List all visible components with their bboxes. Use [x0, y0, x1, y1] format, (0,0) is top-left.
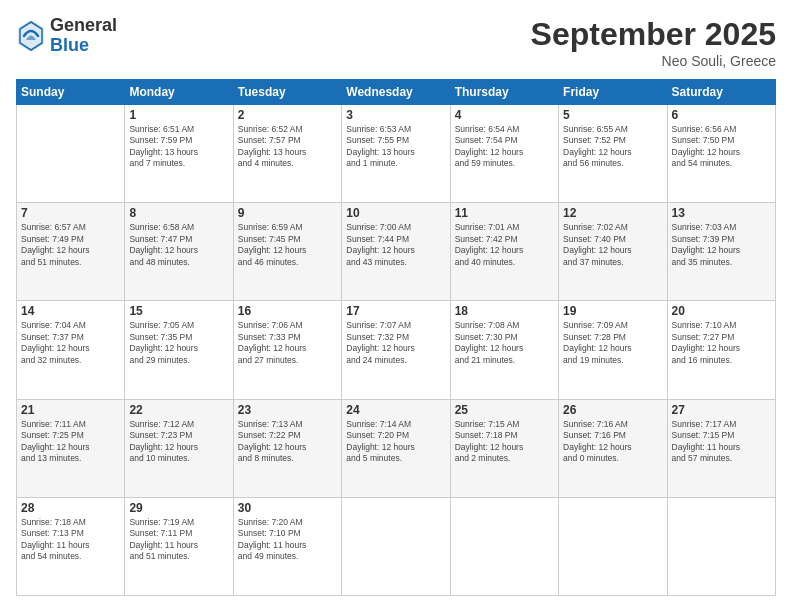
day-info: Sunrise: 6:56 AM Sunset: 7:50 PM Dayligh…	[672, 124, 771, 170]
day-info: Sunrise: 7:08 AM Sunset: 7:30 PM Dayligh…	[455, 320, 554, 366]
logo-text: General Blue	[50, 16, 117, 56]
table-row: 22Sunrise: 7:12 AM Sunset: 7:23 PM Dayli…	[125, 399, 233, 497]
table-row: 4Sunrise: 6:54 AM Sunset: 7:54 PM Daylig…	[450, 105, 558, 203]
day-number: 14	[21, 304, 120, 318]
day-info: Sunrise: 6:59 AM Sunset: 7:45 PM Dayligh…	[238, 222, 337, 268]
day-number: 12	[563, 206, 662, 220]
day-number: 5	[563, 108, 662, 122]
calendar-week-4: 28Sunrise: 7:18 AM Sunset: 7:13 PM Dayli…	[17, 497, 776, 595]
day-number: 7	[21, 206, 120, 220]
table-row: 24Sunrise: 7:14 AM Sunset: 7:20 PM Dayli…	[342, 399, 450, 497]
day-info: Sunrise: 6:58 AM Sunset: 7:47 PM Dayligh…	[129, 222, 228, 268]
logo-blue-text: Blue	[50, 36, 117, 56]
day-info: Sunrise: 6:54 AM Sunset: 7:54 PM Dayligh…	[455, 124, 554, 170]
title-block: September 2025 Neo Souli, Greece	[531, 16, 776, 69]
day-info: Sunrise: 7:09 AM Sunset: 7:28 PM Dayligh…	[563, 320, 662, 366]
table-row	[450, 497, 558, 595]
calendar-table: Sunday Monday Tuesday Wednesday Thursday…	[16, 79, 776, 596]
table-row: 27Sunrise: 7:17 AM Sunset: 7:15 PM Dayli…	[667, 399, 775, 497]
table-row: 15Sunrise: 7:05 AM Sunset: 7:35 PM Dayli…	[125, 301, 233, 399]
day-number: 20	[672, 304, 771, 318]
table-row: 19Sunrise: 7:09 AM Sunset: 7:28 PM Dayli…	[559, 301, 667, 399]
day-info: Sunrise: 6:55 AM Sunset: 7:52 PM Dayligh…	[563, 124, 662, 170]
day-number: 9	[238, 206, 337, 220]
calendar-week-1: 7Sunrise: 6:57 AM Sunset: 7:49 PM Daylig…	[17, 203, 776, 301]
header-sunday: Sunday	[17, 80, 125, 105]
table-row	[667, 497, 775, 595]
day-number: 11	[455, 206, 554, 220]
day-info: Sunrise: 6:51 AM Sunset: 7:59 PM Dayligh…	[129, 124, 228, 170]
day-number: 16	[238, 304, 337, 318]
day-info: Sunrise: 7:19 AM Sunset: 7:11 PM Dayligh…	[129, 517, 228, 563]
header-tuesday: Tuesday	[233, 80, 341, 105]
day-info: Sunrise: 7:12 AM Sunset: 7:23 PM Dayligh…	[129, 419, 228, 465]
day-number: 22	[129, 403, 228, 417]
header-monday: Monday	[125, 80, 233, 105]
table-row: 17Sunrise: 7:07 AM Sunset: 7:32 PM Dayli…	[342, 301, 450, 399]
table-row: 6Sunrise: 6:56 AM Sunset: 7:50 PM Daylig…	[667, 105, 775, 203]
day-number: 17	[346, 304, 445, 318]
day-info: Sunrise: 7:11 AM Sunset: 7:25 PM Dayligh…	[21, 419, 120, 465]
table-row: 1Sunrise: 6:51 AM Sunset: 7:59 PM Daylig…	[125, 105, 233, 203]
table-row: 21Sunrise: 7:11 AM Sunset: 7:25 PM Dayli…	[17, 399, 125, 497]
day-number: 4	[455, 108, 554, 122]
calendar-title: September 2025	[531, 16, 776, 53]
page: General Blue September 2025 Neo Souli, G…	[0, 0, 792, 612]
logo-icon	[16, 18, 46, 54]
table-row: 10Sunrise: 7:00 AM Sunset: 7:44 PM Dayli…	[342, 203, 450, 301]
table-row: 12Sunrise: 7:02 AM Sunset: 7:40 PM Dayli…	[559, 203, 667, 301]
day-info: Sunrise: 7:15 AM Sunset: 7:18 PM Dayligh…	[455, 419, 554, 465]
table-row: 30Sunrise: 7:20 AM Sunset: 7:10 PM Dayli…	[233, 497, 341, 595]
day-info: Sunrise: 7:18 AM Sunset: 7:13 PM Dayligh…	[21, 517, 120, 563]
calendar-header-row: Sunday Monday Tuesday Wednesday Thursday…	[17, 80, 776, 105]
header: General Blue September 2025 Neo Souli, G…	[16, 16, 776, 69]
day-info: Sunrise: 7:02 AM Sunset: 7:40 PM Dayligh…	[563, 222, 662, 268]
logo-general-text: General	[50, 16, 117, 36]
day-number: 15	[129, 304, 228, 318]
day-number: 6	[672, 108, 771, 122]
header-friday: Friday	[559, 80, 667, 105]
table-row: 28Sunrise: 7:18 AM Sunset: 7:13 PM Dayli…	[17, 497, 125, 595]
day-number: 29	[129, 501, 228, 515]
day-number: 13	[672, 206, 771, 220]
day-info: Sunrise: 7:07 AM Sunset: 7:32 PM Dayligh…	[346, 320, 445, 366]
table-row: 2Sunrise: 6:52 AM Sunset: 7:57 PM Daylig…	[233, 105, 341, 203]
day-number: 28	[21, 501, 120, 515]
table-row: 5Sunrise: 6:55 AM Sunset: 7:52 PM Daylig…	[559, 105, 667, 203]
day-number: 10	[346, 206, 445, 220]
header-wednesday: Wednesday	[342, 80, 450, 105]
table-row: 11Sunrise: 7:01 AM Sunset: 7:42 PM Dayli…	[450, 203, 558, 301]
day-info: Sunrise: 7:05 AM Sunset: 7:35 PM Dayligh…	[129, 320, 228, 366]
day-info: Sunrise: 7:20 AM Sunset: 7:10 PM Dayligh…	[238, 517, 337, 563]
day-info: Sunrise: 7:10 AM Sunset: 7:27 PM Dayligh…	[672, 320, 771, 366]
calendar-subtitle: Neo Souli, Greece	[531, 53, 776, 69]
day-info: Sunrise: 7:06 AM Sunset: 7:33 PM Dayligh…	[238, 320, 337, 366]
table-row: 18Sunrise: 7:08 AM Sunset: 7:30 PM Dayli…	[450, 301, 558, 399]
day-number: 19	[563, 304, 662, 318]
day-number: 1	[129, 108, 228, 122]
table-row: 25Sunrise: 7:15 AM Sunset: 7:18 PM Dayli…	[450, 399, 558, 497]
calendar-week-3: 21Sunrise: 7:11 AM Sunset: 7:25 PM Dayli…	[17, 399, 776, 497]
table-row: 3Sunrise: 6:53 AM Sunset: 7:55 PM Daylig…	[342, 105, 450, 203]
day-info: Sunrise: 6:52 AM Sunset: 7:57 PM Dayligh…	[238, 124, 337, 170]
day-info: Sunrise: 6:57 AM Sunset: 7:49 PM Dayligh…	[21, 222, 120, 268]
logo: General Blue	[16, 16, 117, 56]
day-number: 21	[21, 403, 120, 417]
table-row: 14Sunrise: 7:04 AM Sunset: 7:37 PM Dayli…	[17, 301, 125, 399]
table-row	[17, 105, 125, 203]
day-number: 26	[563, 403, 662, 417]
day-info: Sunrise: 7:13 AM Sunset: 7:22 PM Dayligh…	[238, 419, 337, 465]
calendar-week-0: 1Sunrise: 6:51 AM Sunset: 7:59 PM Daylig…	[17, 105, 776, 203]
day-number: 24	[346, 403, 445, 417]
table-row	[342, 497, 450, 595]
day-info: Sunrise: 7:17 AM Sunset: 7:15 PM Dayligh…	[672, 419, 771, 465]
table-row: 23Sunrise: 7:13 AM Sunset: 7:22 PM Dayli…	[233, 399, 341, 497]
day-number: 3	[346, 108, 445, 122]
day-info: Sunrise: 7:16 AM Sunset: 7:16 PM Dayligh…	[563, 419, 662, 465]
table-row: 16Sunrise: 7:06 AM Sunset: 7:33 PM Dayli…	[233, 301, 341, 399]
table-row: 8Sunrise: 6:58 AM Sunset: 7:47 PM Daylig…	[125, 203, 233, 301]
day-number: 27	[672, 403, 771, 417]
table-row: 26Sunrise: 7:16 AM Sunset: 7:16 PM Dayli…	[559, 399, 667, 497]
day-info: Sunrise: 7:14 AM Sunset: 7:20 PM Dayligh…	[346, 419, 445, 465]
day-info: Sunrise: 6:53 AM Sunset: 7:55 PM Dayligh…	[346, 124, 445, 170]
